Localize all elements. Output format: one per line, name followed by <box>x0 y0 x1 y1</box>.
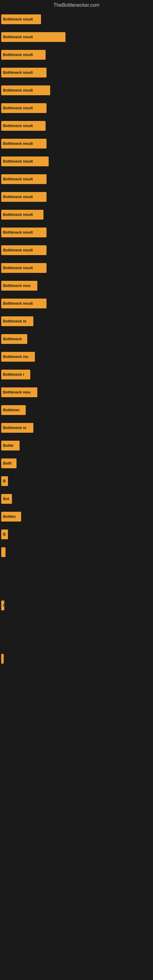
bottleneck-bar[interactable]: Bottleneck result <box>1 121 46 131</box>
bar-row: Bottleneck result <box>0 28 153 46</box>
bar-row: Bottleneck resu <box>0 277 153 294</box>
bar-label: Bottleneck result <box>3 248 33 252</box>
bar-label: Bottleneck result <box>3 266 33 270</box>
bottleneck-bar[interactable]: B <box>1 476 8 486</box>
bar-row: Bottleneck re <box>0 312 153 330</box>
bar-row: Bottleneck result <box>0 135 153 153</box>
bar-row: Bot <box>0 490 153 508</box>
bar-row: Bottleneck result <box>0 206 153 224</box>
bar-row <box>0 632 153 650</box>
bar-label: Bottleneck result <box>3 124 33 128</box>
bar-row <box>0 561 153 579</box>
bar-row: Bottleneck result <box>0 170 153 188</box>
bar-label: Bottleneck resu <box>3 390 30 395</box>
bar-label: Bottlen <box>3 514 16 519</box>
bar-label: Bottleneck result <box>3 17 33 21</box>
bottleneck-bar[interactable]: Bottleneck result <box>1 50 46 60</box>
bottleneck-bar[interactable]: Bottleneck result <box>1 103 46 113</box>
bar-row: Bottleneck r <box>0 366 153 383</box>
bar-label: Bottleneck result <box>3 195 33 199</box>
bar-label: Bottleneck result <box>3 106 33 110</box>
bar-row: Bottleneck result <box>0 259 153 277</box>
bar-label: Bottleneck result <box>3 213 33 217</box>
bar-row: Bottleneck resu <box>0 383 153 401</box>
bottleneck-bar[interactable]: Bottleneck r <box>1 370 30 379</box>
bar-label: Bottleneck result <box>3 159 33 164</box>
bar-label: Bottleneck result <box>3 142 33 146</box>
bar-row: B <box>0 525 153 543</box>
bar-label: Bottleneck result <box>3 52 33 57</box>
bottleneck-bar[interactable]: Bottleneck result <box>1 245 46 255</box>
bar-label: Bottl <box>3 461 11 466</box>
bar-row <box>0 650 153 668</box>
bar-row: B <box>0 472 153 490</box>
bottleneck-bar[interactable]: Bottleneck result <box>1 174 46 184</box>
bottleneck-bar[interactable]: Bottleneck res <box>1 352 35 362</box>
bottleneck-bar[interactable]: Bottleneck result <box>1 192 46 202</box>
bar-row: Bottleneck re <box>0 419 153 437</box>
bar-label: Bottle <box>3 444 13 448</box>
bar-row: Bottleneck result <box>0 224 153 241</box>
bottleneck-bar[interactable]: Bottleneck re <box>1 317 33 326</box>
bar-label: Bottleneck result <box>3 88 33 92</box>
bar-row <box>0 543 153 561</box>
bottleneck-bar[interactable]: Bottleneck <box>1 334 27 344</box>
bar-label: Bot <box>3 497 9 501</box>
bottleneck-bar[interactable]: Bottleneck result <box>1 14 41 24</box>
bottleneck-bar[interactable]: I <box>1 601 4 610</box>
bottleneck-bar[interactable]: Bottle <box>1 441 19 450</box>
bar-label: Bottleneck result <box>3 230 33 235</box>
bottleneck-bar[interactable]: Bottleneck result <box>1 299 46 309</box>
bottleneck-bar[interactable]: B <box>1 530 8 539</box>
bar-row: Bottl <box>0 455 153 472</box>
bottleneck-bar[interactable] <box>1 654 4 663</box>
bar-label: B <box>3 479 6 483</box>
bar-label: Bottlenec <box>3 408 20 412</box>
bottleneck-bar[interactable]: Bottleneck result <box>1 228 46 237</box>
bottleneck-bar[interactable]: Bottleneck result <box>1 139 46 148</box>
bar-label: B <box>3 532 6 536</box>
bottleneck-bar[interactable]: Bottl <box>1 458 16 468</box>
bar-label: I <box>3 603 4 608</box>
bottleneck-bar[interactable] <box>1 547 5 557</box>
bar-row: Bottleneck result <box>0 241 153 259</box>
bottleneck-bar[interactable]: Bottlenec <box>1 405 26 415</box>
bar-label: Bottleneck result <box>3 301 33 305</box>
bottleneck-bar[interactable]: Bottleneck result <box>1 86 50 95</box>
bottleneck-bar[interactable]: Bottleneck result <box>1 32 65 42</box>
bar-row: Bottleneck result <box>0 188 153 206</box>
bar-row: Bottleneck result <box>0 294 153 312</box>
bar-row: Bottle <box>0 437 153 455</box>
bar-label: Bottleneck resu <box>3 283 30 288</box>
bar-row: Bottleneck result <box>0 46 153 64</box>
bar-label: Bottleneck result <box>3 70 33 75</box>
bottleneck-bar[interactable]: Bottleneck resu <box>1 281 37 291</box>
site-title: TheBottlenecker.com <box>0 0 153 10</box>
bottleneck-bar[interactable]: Bottleneck result <box>1 156 49 166</box>
bottleneck-bar[interactable]: Bot <box>1 494 12 504</box>
bar-row: Bottlenec <box>0 401 153 419</box>
bar-row: Bottleneck result <box>0 64 153 81</box>
bar-row: Bottleneck result <box>0 117 153 135</box>
bar-row: Bottleneck <box>0 330 153 348</box>
bottleneck-bar[interactable]: Bottleneck result <box>1 263 46 273</box>
bar-row: I <box>0 597 153 614</box>
bar-row <box>0 579 153 597</box>
bar-label: Bottleneck result <box>3 177 33 181</box>
bar-label: Bottleneck res <box>3 355 29 359</box>
bottleneck-bar[interactable]: Bottlen <box>1 512 21 522</box>
bar-row <box>0 614 153 632</box>
bottleneck-bar[interactable]: Bottleneck result <box>1 68 46 78</box>
bar-row: Bottlen <box>0 508 153 525</box>
bar-row: Bottleneck result <box>0 99 153 117</box>
bottleneck-bar[interactable]: Bottleneck resu <box>1 387 37 397</box>
bar-row: Bottleneck result <box>0 10 153 28</box>
bar-label: Bottleneck re <box>3 426 26 430</box>
bar-label: Bottleneck re <box>3 319 26 323</box>
bar-row: Bottleneck result <box>0 153 153 170</box>
bar-row: Bottleneck res <box>0 348 153 366</box>
bar-label: Bottleneck <box>3 337 22 341</box>
bottleneck-bar[interactable]: Bottleneck result <box>1 210 43 220</box>
bar-label: Bottleneck result <box>3 35 33 39</box>
bottleneck-bar[interactable]: Bottleneck re <box>1 423 33 433</box>
